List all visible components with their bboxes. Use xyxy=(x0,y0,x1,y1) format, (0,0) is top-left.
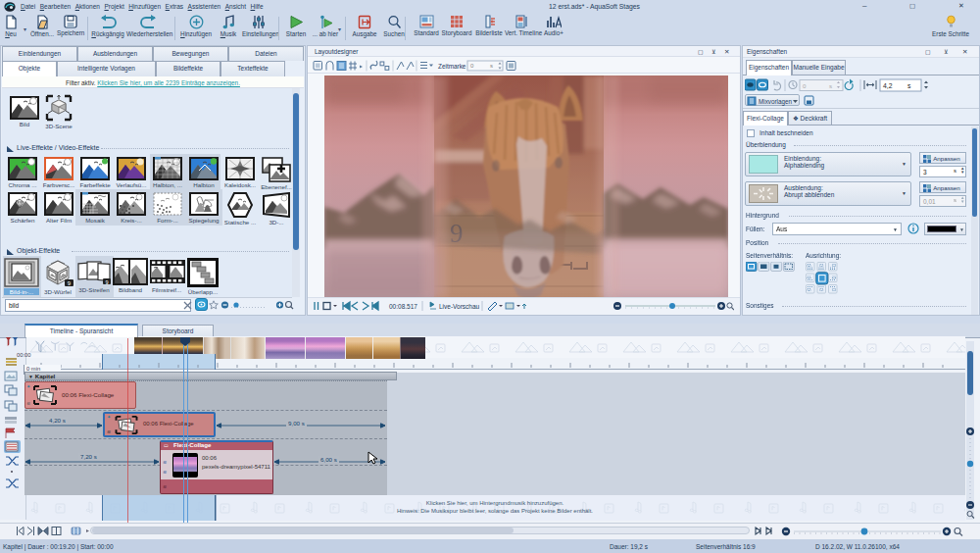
svg-text:00:08.517: 00:08.517 xyxy=(389,303,417,310)
svg-text:4,2: 4,2 xyxy=(883,82,893,89)
svg-text:s: s xyxy=(907,82,911,89)
svg-text:Live-Vorschau: Live-Vorschau xyxy=(439,303,480,310)
svg-text:Mixvorlagen: Mixvorlagen xyxy=(759,98,792,106)
svg-text:0: 0 xyxy=(803,82,807,89)
svg-text:Zeitmarke: Zeitmarke xyxy=(438,63,466,70)
svg-text:9: 9 xyxy=(105,279,108,285)
svg-text:s: s xyxy=(829,82,832,89)
svg-text:s: s xyxy=(490,63,493,69)
